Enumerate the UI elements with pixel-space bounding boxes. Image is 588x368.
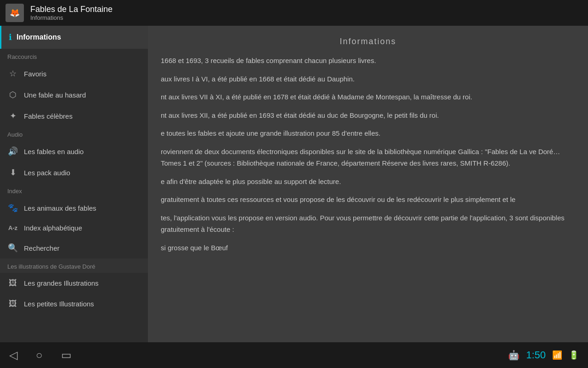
fables-celebres-label: Fables célèbres xyxy=(24,112,73,120)
topbar: 🦊 Fables de La Fontaine Informations xyxy=(0,0,588,26)
image2-icon: 🖼 xyxy=(7,299,18,309)
speaker-icon: 🔊 xyxy=(7,146,18,156)
alpha-icon: A-z xyxy=(7,224,18,231)
app-title: Fables de La Fontaine xyxy=(30,5,113,15)
sidebar-item-informations[interactable]: ℹ Informations xyxy=(0,26,148,49)
content-paragraph-0: 1668 et 1693, 3 recueils de fables compr… xyxy=(161,55,575,67)
section-raccourcis: Raccourcis xyxy=(0,49,148,63)
section-gustave: Les illustrations de Gustave Doré xyxy=(0,259,148,273)
content-paragraph-7: gratuitement à toutes ces ressources et … xyxy=(161,194,575,206)
content-paragraph-8: tes, l'application vous les propose en v… xyxy=(161,212,575,236)
main-content: Informations 1668 et 1693, 3 recueils de… xyxy=(148,26,588,368)
rechercher-label: Rechercher xyxy=(24,244,60,252)
sidebar-item-favoris[interactable]: ☆ Favoris xyxy=(0,63,148,84)
nav-recent-button[interactable]: ▭ xyxy=(61,349,72,362)
animaux-label: Les animaux des fables xyxy=(24,204,96,212)
star2-icon: ✦ xyxy=(7,111,18,121)
favoris-label: Favoris xyxy=(24,70,46,78)
content-paragraph-6: e afin d'être adaptée le plus possible a… xyxy=(161,176,575,188)
bottombar: ◁ ○ ▭ 🤖 1:50 📶 🔋 xyxy=(0,342,588,368)
content-paragraph-9: si grosse que le Bœuf xyxy=(161,242,575,254)
image-icon: 🖼 xyxy=(7,278,18,288)
nav-buttons: ◁ ○ ▭ xyxy=(9,349,72,362)
dice-icon: ⬡ xyxy=(7,90,18,100)
content-paragraph-4: e toutes les fables et ajoute une grande… xyxy=(161,127,575,139)
search-icon: 🔍 xyxy=(7,243,18,253)
content-paragraph-3: nt aux livres XII, a été publié en 1693 … xyxy=(161,109,575,121)
sidebar-item-index-alpha[interactable]: A-z Index alphabétique xyxy=(0,218,148,237)
section-audio: Audio xyxy=(0,126,148,141)
paw-icon: 🐾 xyxy=(7,203,18,213)
section-index: Index xyxy=(0,183,148,197)
android-icon: 🤖 xyxy=(508,350,520,361)
sidebar-item-petites-illus[interactable]: 🖼 Les petites Illustrations xyxy=(0,293,148,314)
wifi-icon: 📶 xyxy=(552,350,562,360)
content-paragraph-1: aux livres I à VI, a été publié en 1668 … xyxy=(161,73,575,85)
fables-audio-label: Les fables en audio xyxy=(24,148,84,155)
sidebar: ℹ Informations Raccourcis ☆ Favoris ⬡ Un… xyxy=(0,26,148,368)
info-icon: ℹ xyxy=(9,32,12,42)
download-icon: ⬇ xyxy=(7,167,18,178)
content-title: Informations xyxy=(161,37,575,46)
app-subtitle: Informations xyxy=(30,14,113,21)
content-paragraph-5: roviennent de deux documents électroniqu… xyxy=(161,146,575,169)
content-body: 1668 et 1693, 3 recueils de fables compr… xyxy=(161,55,575,253)
grandes-illus-label: Les grandes Illustrations xyxy=(24,279,99,287)
nav-home-button[interactable]: ○ xyxy=(36,349,43,362)
sidebar-item-animaux[interactable]: 🐾 Les animaux des fables xyxy=(0,197,148,218)
sidebar-item-fables-audio[interactable]: 🔊 Les fables en audio xyxy=(0,141,148,162)
petites-illus-label: Les petites Illustrations xyxy=(24,300,94,308)
sidebar-item-grandes-illus[interactable]: 🖼 Les grandes Illustrations xyxy=(0,273,148,293)
nav-back-button[interactable]: ◁ xyxy=(9,349,17,362)
battery-icon: 🔋 xyxy=(569,350,579,360)
fable-hasard-label: Une fable au hasard xyxy=(24,91,86,99)
pack-audio-label: Les pack audio xyxy=(24,169,70,177)
app-icon: 🦊 xyxy=(6,4,24,22)
sidebar-item-pack-audio[interactable]: ⬇ Les pack audio xyxy=(0,162,148,183)
sidebar-informations-label: Informations xyxy=(17,33,61,41)
main-layout: ℹ Informations Raccourcis ☆ Favoris ⬡ Un… xyxy=(0,26,588,368)
sidebar-item-fable-hasard[interactable]: ⬡ Une fable au hasard xyxy=(0,84,148,105)
status-area: 🤖 1:50 📶 🔋 xyxy=(508,349,579,361)
star-icon: ☆ xyxy=(7,69,18,79)
sidebar-item-rechercher[interactable]: 🔍 Rechercher xyxy=(0,237,148,259)
status-time: 1:50 xyxy=(526,349,546,361)
app-title-block: Fables de La Fontaine Informations xyxy=(30,5,113,22)
sidebar-item-fables-celebres[interactable]: ✦ Fables célèbres xyxy=(0,105,148,126)
content-paragraph-2: nt aux livres VII à XI, a été publié en … xyxy=(161,91,575,103)
index-alpha-label: Index alphabétique xyxy=(24,224,82,232)
